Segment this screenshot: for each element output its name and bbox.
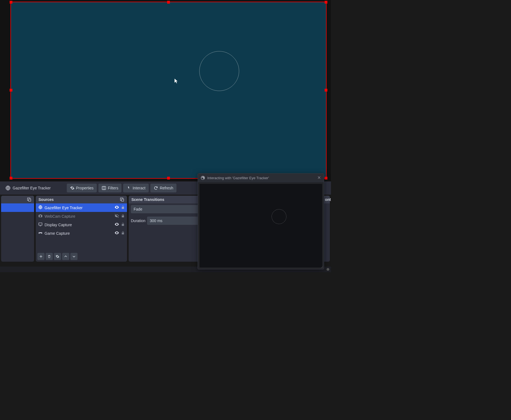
popout-icon[interactable] [27,197,31,202]
status-indicator-icon [327,268,329,271]
selection-handle-bottom-mid[interactable] [167,177,170,179]
source-properties-button[interactable] [54,253,61,260]
gear-icon [70,186,74,190]
chevron-up-icon [64,255,68,258]
source-item-gazefilter[interactable]: Gazefilter Eye Tracker [36,203,127,212]
interact-button-label: Interact [132,186,145,190]
filters-icon [102,186,106,190]
interact-window-content[interactable] [200,184,322,267]
selection-handle-top-right[interactable] [325,1,327,4]
unlock-icon[interactable] [121,214,125,219]
properties-button-label: Properties [76,186,94,190]
controls-panel-title-fragment: ontro [325,197,331,202]
svg-rect-6 [121,199,124,201]
filters-button[interactable]: Filters [98,184,121,192]
current-source-indicator: Gazefilter Eye Tracker [3,184,54,192]
resize-grip-icon[interactable] [320,265,323,269]
unlock-icon[interactable] [121,222,125,227]
source-label: Game Capture [45,231,113,236]
current-source-label: Gazefilter Eye Tracker [13,186,51,190]
interact-button[interactable]: Interact [123,184,149,192]
cursor-icon [175,79,178,84]
source-label: Display Capture [45,223,113,227]
svg-rect-4 [29,199,31,201]
globe-icon [38,205,43,210]
scenes-panel [1,196,34,262]
refresh-button-label: Refresh [160,186,173,190]
eye-icon[interactable] [114,230,119,236]
source-item-game[interactable]: Game Capture [36,229,127,237]
remove-source-button[interactable] [46,253,53,260]
add-source-button[interactable] [37,253,45,260]
unlock-icon[interactable] [121,231,125,236]
sources-panel: Sources Gazefilter Eye Tracker WebCam Ca… [36,196,127,262]
unlock-icon[interactable] [121,205,125,210]
gaze-indicator-circle-small [272,209,286,224]
eye-off-icon[interactable] [114,213,119,219]
selection-handle-mid-right[interactable] [325,89,327,92]
scenes-panel-body[interactable] [1,203,34,262]
interact-window-title: Interacting with 'Gazefilter Eye Tracker… [207,176,315,180]
selection-handle-bottom-left[interactable] [10,177,12,179]
scenes-panel-header [1,196,34,203]
source-item-display[interactable]: Display Capture [36,220,127,229]
eye-icon[interactable] [114,205,119,211]
gear-icon [56,255,59,258]
filters-button-label: Filters [108,186,118,190]
svg-rect-8 [39,223,42,225]
selection-handle-bottom-right[interactable] [325,177,327,179]
close-icon[interactable] [317,176,321,180]
monitor-icon [38,222,43,227]
interact-window[interactable]: Interacting with 'Gazefilter Eye Tracker… [198,173,324,269]
duration-label: Duration [131,219,145,223]
camera-icon [38,214,43,219]
sources-panel-title: Sources [38,197,54,202]
preview-container[interactable] [0,0,331,181]
sources-list[interactable]: Gazefilter Eye Tracker WebCam Capture Di… [36,203,127,251]
sources-panel-footer [36,251,127,262]
plus-icon [39,255,43,258]
refresh-icon [154,186,158,190]
trash-icon [47,255,51,258]
transition-selected-label: Fade [134,207,142,211]
selection-handle-top-mid[interactable] [167,1,170,4]
selection-handle-mid-left[interactable] [10,89,12,92]
refresh-button[interactable]: Refresh [150,184,176,192]
preview-canvas[interactable] [10,2,327,179]
source-label: WebCam Capture [45,214,113,219]
chevron-down-icon [72,255,76,258]
move-source-down-button[interactable] [70,253,78,260]
properties-button[interactable]: Properties [67,184,97,192]
selection-handle-top-left[interactable] [10,1,12,4]
source-label: Gazefilter Eye Tracker [45,206,113,210]
move-source-up-button[interactable] [62,253,69,260]
obs-logo-icon [201,176,205,180]
eye-icon[interactable] [114,222,119,228]
scene-item[interactable] [1,203,34,212]
source-item-webcam[interactable]: WebCam Capture [36,212,127,220]
globe-icon [5,186,10,190]
popout-icon[interactable] [120,197,124,202]
interact-window-titlebar[interactable]: Interacting with 'Gazefilter Eye Tracker… [198,173,324,182]
gamepad-icon [38,231,43,236]
scene-transitions-title: Scene Transitions [131,197,164,202]
interact-icon [126,186,131,190]
gaze-indicator-circle [199,51,239,91]
sources-panel-header: Sources [36,196,127,203]
